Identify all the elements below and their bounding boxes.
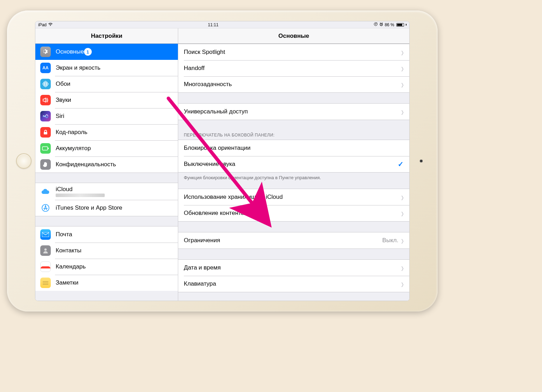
sidebar-scroll[interactable]: Основные1AAЭкран и яркостьОбоиЗвукиSiriК… (35, 44, 178, 301)
sidebar-item-label: iTunes Store и App Store (56, 204, 122, 211)
orientation-lock-icon (374, 22, 378, 27)
svg-rect-12 (44, 132, 47, 134)
chevron-right-icon: › (401, 234, 404, 247)
sidebar-title: Настройки (35, 28, 178, 44)
chevron-right-icon: › (401, 261, 404, 275)
ipad-frame: iPad 11:11 86 % Настройки Ос (7, 10, 438, 312)
detail-row-label: Использование хранилища и iCloud (184, 194, 401, 201)
alarm-icon (379, 22, 383, 27)
sidebar-item-label: Siri (56, 113, 64, 120)
status-bar: iPad 11:11 86 % (35, 21, 409, 28)
chevron-right-icon: › (401, 190, 404, 204)
home-button[interactable] (16, 153, 32, 169)
svg-rect-1 (375, 23, 376, 24)
chevron-right-icon: › (401, 206, 404, 220)
detail-row[interactable]: Выключение звука✓ (178, 156, 409, 172)
detail-row[interactable]: Многозадачность› (178, 76, 409, 92)
sidebar-item-icloud[interactable]: iCloud (35, 183, 178, 200)
wifi-icon (48, 22, 53, 27)
svg-rect-14 (48, 148, 49, 149)
sidebar-item-label: Календарь (56, 263, 86, 270)
sidebar-item-label: iCloud (56, 186, 105, 193)
svg-point-3 (45, 83, 47, 85)
detail-row[interactable]: Поиск Spotlight› (178, 44, 409, 60)
clock: 11:11 (208, 22, 218, 27)
detail-row-label: Ограничения (184, 237, 382, 244)
detail-scroll[interactable]: Поиск Spotlight›Handoff›Многозадачность›… (178, 44, 409, 301)
svg-rect-13 (42, 147, 48, 150)
svg-point-17 (44, 248, 47, 251)
chevron-right-icon: › (401, 277, 404, 291)
sidebar-item-sounds[interactable]: Звуки (35, 92, 178, 108)
mail-icon (40, 229, 51, 240)
speaker-icon (40, 95, 51, 105)
svg-point-5 (45, 85, 46, 87)
redacted-subtext (56, 194, 105, 197)
sidebar-item-label: Заметки (56, 279, 78, 286)
sidebar-item-label: Экран и яркость (56, 64, 100, 71)
battery-icon (40, 143, 51, 154)
contacts-icon (40, 245, 51, 256)
section-footer: Функция блокировки ориентации доступна в… (178, 173, 409, 182)
detail-row-label: Обновление контента (184, 210, 401, 217)
sidebar-item-label: Обои (56, 80, 70, 88)
cloud-icon (40, 186, 51, 197)
chevron-right-icon: › (401, 105, 404, 119)
sidebar-item-label: Код-пароль (56, 129, 88, 136)
detail-row[interactable]: Универсальный доступ› (178, 104, 409, 120)
sidebar-item-mail[interactable]: Почта (35, 226, 178, 243)
svg-rect-16 (42, 232, 49, 237)
detail-title: Основные (178, 28, 409, 44)
chevron-right-icon: › (401, 62, 404, 75)
battery-icon (396, 23, 404, 27)
sidebar-item-notes[interactable]: Заметки (35, 275, 178, 291)
sidebar-item-passcode[interactable]: Код-пароль (35, 124, 178, 140)
gear-icon (40, 47, 51, 57)
section-header: ПЕРЕКЛЮЧАТЕЛЬ НА БОКОВОЙ ПАНЕЛИ: (178, 131, 409, 140)
chevron-right-icon: › (401, 78, 404, 91)
screen: iPad 11:11 86 % Настройки Ос (35, 21, 410, 301)
svg-point-4 (45, 81, 46, 83)
sidebar-item-label: Основные (56, 48, 84, 55)
notes-icon (40, 278, 51, 288)
battery-percent: 86 % (385, 22, 394, 27)
flower-icon (40, 79, 51, 89)
detail-row[interactable]: Обновление контента› (178, 205, 409, 221)
detail-row-label: Универсальный доступ (184, 108, 401, 115)
sidebar-item-label: Конфиденциальность (56, 161, 116, 168)
detail-row[interactable]: Использование хранилища и iCloud› (178, 189, 409, 205)
sidebar-item-contacts[interactable]: Контакты (35, 243, 178, 259)
sidebar-item-siri[interactable]: Siri (35, 108, 178, 124)
sidebar-item-privacy[interactable]: Конфиденциальность (35, 156, 178, 173)
sidebar-item-battery[interactable]: Аккумулятор (35, 140, 178, 156)
lock-icon (40, 127, 51, 138)
detail-row-label: Handoff (184, 65, 401, 72)
front-camera (420, 160, 423, 162)
checkmark-icon: ✓ (398, 160, 404, 168)
sidebar-item-itunes[interactable]: iTunes Store и App Store (35, 200, 178, 216)
sidebar-item-label: Контакты (56, 247, 81, 254)
sidebar-item-display[interactable]: AAЭкран и яркость (35, 60, 178, 76)
svg-point-6 (43, 83, 44, 85)
detail-row-label: Поиск Spotlight (184, 49, 401, 56)
sidebar-item-wallpaper[interactable]: Обои (35, 76, 178, 92)
badge: 1 (84, 48, 92, 56)
detail-row[interactable]: Клавиатура› (178, 276, 409, 292)
detail-row[interactable]: Блокировка ориентации (178, 140, 409, 156)
detail-row[interactable]: ОграниченияВыкл.› (178, 232, 409, 248)
detail-row[interactable]: Дата и время› (178, 260, 409, 276)
detail-row[interactable]: Handoff› (178, 60, 409, 76)
sidebar-item-label: Аккумулятор (56, 145, 91, 152)
siri-icon (40, 111, 51, 121)
detail-pane: Основные Поиск Spotlight›Handoff›Многоза… (178, 28, 409, 301)
detail-row-label: Блокировка ориентации (184, 145, 404, 152)
sidebar-item-general[interactable]: Основные1 (35, 44, 178, 60)
detail-row-label: Выключение звука (184, 161, 398, 168)
device-label: iPad (38, 22, 47, 27)
calendar-icon (40, 261, 51, 272)
detail-row-label: Клавиатура (184, 280, 401, 287)
settings-sidebar: Настройки Основные1AAЭкран и яркостьОбои… (35, 28, 178, 301)
sidebar-item-label: Звуки (56, 97, 71, 104)
sidebar-item-calendar[interactable]: Календарь (35, 259, 178, 275)
detail-row-value: Выкл. (382, 237, 398, 244)
